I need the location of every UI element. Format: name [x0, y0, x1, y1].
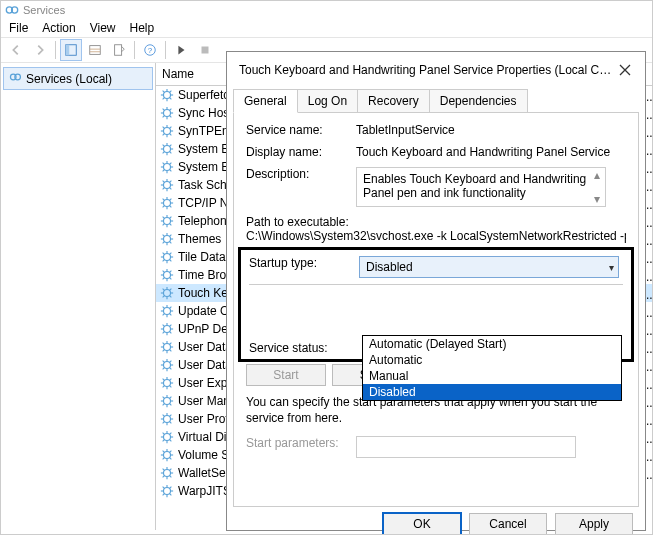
properties-button[interactable]: [84, 39, 106, 61]
svg-rect-11: [202, 47, 209, 54]
svg-line-128: [170, 314, 172, 316]
label-startup-type: Startup type:: [249, 256, 359, 270]
export-button[interactable]: [108, 39, 130, 61]
svg-line-30: [170, 109, 172, 111]
toolbar-sep: [134, 41, 135, 59]
svg-line-82: [163, 217, 165, 219]
startup-opt-disabled[interactable]: Disabled: [363, 384, 621, 400]
svg-line-91: [163, 235, 165, 237]
startup-type-select[interactable]: Disabled ▾: [359, 256, 619, 278]
startup-type-dropdown[interactable]: Automatic (Delayed Start) Automatic Manu…: [362, 335, 622, 401]
ok-button[interactable]: OK: [383, 513, 461, 535]
svg-line-31: [163, 116, 165, 118]
svg-line-100: [163, 253, 165, 255]
apply-button[interactable]: Apply: [555, 513, 633, 535]
svg-line-118: [163, 289, 165, 291]
gear-icon: [160, 178, 174, 192]
gear-icon: [160, 322, 174, 336]
svg-line-138: [170, 325, 172, 327]
description-box: Enables Touch Keyboard and Handwriting P…: [356, 167, 606, 207]
svg-line-38: [170, 134, 172, 136]
gear-icon: [160, 412, 174, 426]
stop-button[interactable]: [194, 39, 216, 61]
forward-button[interactable]: [29, 39, 51, 61]
svg-line-155: [170, 368, 172, 370]
svg-line-101: [170, 260, 172, 262]
svg-rect-4: [90, 46, 101, 55]
svg-line-21: [170, 91, 172, 93]
gear-icon: [160, 340, 174, 354]
gear-icon: [160, 394, 174, 408]
gear-icon: [160, 250, 174, 264]
menu-file[interactable]: File: [9, 21, 28, 35]
svg-line-164: [170, 386, 172, 388]
svg-line-183: [170, 415, 172, 417]
services-icon: [5, 3, 19, 17]
tab-dependencies[interactable]: Dependencies: [429, 89, 528, 113]
svg-line-55: [163, 163, 165, 165]
svg-line-201: [170, 451, 172, 453]
show-hide-tree-button[interactable]: [60, 39, 82, 61]
close-button[interactable]: [613, 58, 637, 82]
svg-point-212: [164, 488, 171, 495]
svg-point-149: [164, 362, 171, 369]
menu-action[interactable]: Action: [42, 21, 75, 35]
svg-line-22: [163, 98, 165, 100]
menu-help[interactable]: Help: [130, 21, 155, 35]
gear-icon: [160, 484, 174, 498]
startup-opt-manual[interactable]: Manual: [363, 368, 621, 384]
gear-icon: [160, 358, 174, 372]
label-display-name: Display name:: [246, 145, 356, 159]
gear-icon: [8, 70, 22, 87]
gear-icon: [160, 88, 174, 102]
svg-line-19: [163, 91, 165, 93]
svg-point-68: [164, 200, 171, 207]
start-params-input[interactable]: [356, 436, 576, 458]
svg-point-113: [164, 290, 171, 297]
svg-point-194: [164, 452, 171, 459]
app-title: Services: [23, 4, 65, 16]
svg-line-173: [170, 404, 172, 406]
svg-line-28: [163, 109, 165, 111]
svg-marker-10: [178, 46, 184, 55]
tab-recovery[interactable]: Recovery: [357, 89, 430, 113]
gear-icon: [160, 430, 174, 444]
tree-root-item[interactable]: Services (Local): [3, 67, 153, 90]
startup-opt-delayed[interactable]: Automatic (Delayed Start): [363, 336, 621, 352]
svg-line-92: [170, 242, 172, 244]
svg-line-39: [170, 127, 172, 129]
svg-line-65: [170, 188, 172, 190]
svg-point-104: [164, 272, 171, 279]
cancel-button[interactable]: Cancel: [469, 513, 547, 535]
tab-general[interactable]: General: [233, 89, 298, 113]
description-scrollbar[interactable]: ▴ ▾: [589, 168, 605, 206]
svg-rect-7: [115, 45, 122, 56]
gear-icon: [160, 124, 174, 138]
help-button[interactable]: ?: [139, 39, 161, 61]
svg-point-59: [164, 182, 171, 189]
start-button[interactable]: Start: [246, 364, 326, 386]
svg-line-47: [170, 152, 172, 154]
svg-line-127: [163, 307, 165, 309]
svg-line-190: [163, 433, 165, 435]
toolbar-sep: [55, 41, 56, 59]
startup-opt-automatic[interactable]: Automatic: [363, 352, 621, 368]
startup-highlight: Startup type: Disabled ▾ Automatic (Dela…: [238, 247, 634, 362]
svg-line-56: [170, 170, 172, 172]
back-button[interactable]: [5, 39, 27, 61]
toolbar-sep: [165, 41, 166, 59]
svg-line-67: [163, 188, 165, 190]
svg-line-219: [170, 487, 172, 489]
tab-logon[interactable]: Log On: [297, 89, 358, 113]
label-service-name: Service name:: [246, 123, 356, 137]
svg-line-192: [170, 433, 172, 435]
play-button[interactable]: [170, 39, 192, 61]
menu-view[interactable]: View: [90, 21, 116, 35]
svg-point-167: [164, 398, 171, 405]
svg-line-193: [163, 440, 165, 442]
svg-text:?: ?: [148, 46, 153, 55]
svg-point-158: [164, 380, 171, 387]
svg-line-157: [163, 368, 165, 370]
svg-point-131: [164, 326, 171, 333]
value-display-name: Touch Keyboard and Handwriting Panel Ser…: [356, 145, 626, 159]
